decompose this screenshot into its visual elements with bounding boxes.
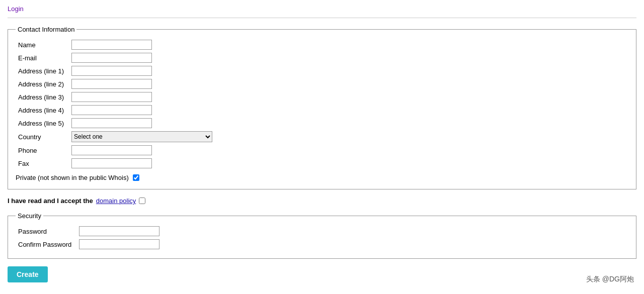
address2-label: Address (line 2): [16, 77, 69, 90]
domain-policy-row: I have read and I accept the domain poli…: [8, 197, 636, 205]
private-row: Private (not shown in the public Whois): [16, 170, 628, 181]
contact-info-legend: Contact Information: [16, 26, 76, 33]
phone-input[interactable]: [71, 145, 152, 155]
contact-info-table: Name E-mail Address (line 1) Address (li…: [16, 38, 215, 170]
address3-input[interactable]: [71, 92, 152, 102]
domain-policy-checkbox[interactable]: [139, 198, 145, 204]
confirm-password-label: Confirm Password: [16, 238, 76, 251]
fax-input[interactable]: [71, 158, 152, 168]
name-label: Name: [16, 38, 69, 51]
password-label: Password: [16, 225, 76, 238]
country-label: Country: [16, 130, 69, 144]
domain-policy-text-before: I have read and I accept the: [8, 197, 93, 205]
table-row: Country Select one: [16, 130, 215, 144]
table-row: Password: [16, 225, 162, 238]
table-row: Name: [16, 38, 215, 51]
name-input[interactable]: [71, 40, 152, 50]
address2-input[interactable]: [71, 79, 152, 89]
address5-input[interactable]: [71, 118, 152, 128]
table-row: Address (line 3): [16, 90, 215, 104]
email-input[interactable]: [71, 53, 152, 63]
actions-row: Create: [8, 266, 636, 282]
table-row: Address (line 1): [16, 64, 215, 77]
email-label: E-mail: [16, 51, 69, 64]
address3-label: Address (line 3): [16, 90, 69, 104]
country-select[interactable]: Select one: [71, 131, 212, 142]
address4-label: Address (line 4): [16, 104, 69, 117]
table-row: E-mail: [16, 51, 215, 64]
watermark: 头条 @DG阿炮: [586, 275, 634, 284]
password-input[interactable]: [79, 226, 159, 236]
address4-input[interactable]: [71, 105, 152, 115]
table-row: Fax: [16, 157, 215, 170]
address5-label: Address (line 5): [16, 117, 69, 130]
security-legend: Security: [16, 212, 43, 220]
security-fieldset: Security Password Confirm Password: [8, 212, 636, 259]
phone-label: Phone: [16, 144, 69, 157]
create-button[interactable]: Create: [8, 266, 48, 282]
top-divider: [8, 18, 636, 18]
table-row: Confirm Password: [16, 238, 162, 251]
confirm-password-input[interactable]: [79, 239, 159, 249]
private-label: Private (not shown in the public Whois): [16, 174, 129, 181]
fax-label: Fax: [16, 157, 69, 170]
login-link[interactable]: Login: [8, 5, 636, 13]
table-row: Phone: [16, 144, 215, 157]
table-row: Address (line 2): [16, 77, 215, 90]
address1-label: Address (line 1): [16, 64, 69, 77]
table-row: Address (line 5): [16, 117, 215, 130]
contact-information-fieldset: Contact Information Name E-mail Address …: [8, 26, 636, 189]
security-table: Password Confirm Password: [16, 225, 162, 251]
private-checkbox[interactable]: [133, 174, 139, 181]
address1-input[interactable]: [71, 66, 152, 76]
table-row: Address (line 4): [16, 104, 215, 117]
domain-policy-link[interactable]: domain policy: [96, 197, 136, 205]
